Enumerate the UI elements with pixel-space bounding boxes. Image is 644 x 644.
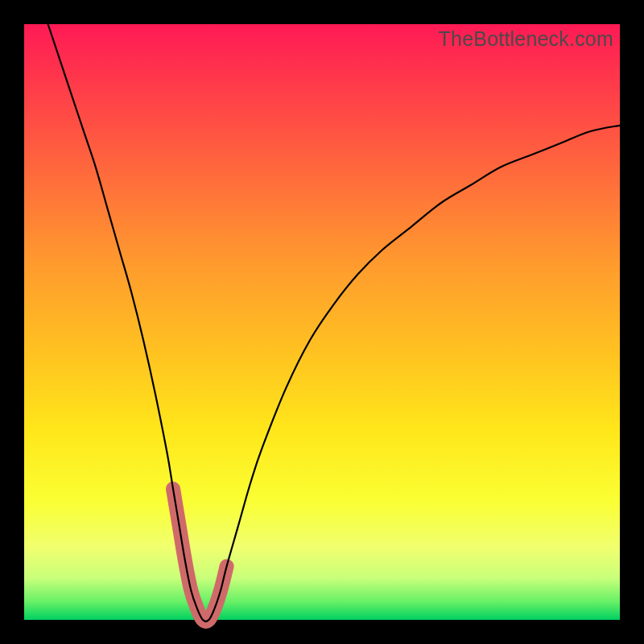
bottleneck-curve <box>48 24 620 621</box>
bottleneck-plot <box>24 24 620 620</box>
chart-frame: TheBottleneck.com <box>24 24 620 620</box>
watermark-text: TheBottleneck.com <box>439 27 613 51</box>
optimal-range-highlight <box>173 489 227 621</box>
